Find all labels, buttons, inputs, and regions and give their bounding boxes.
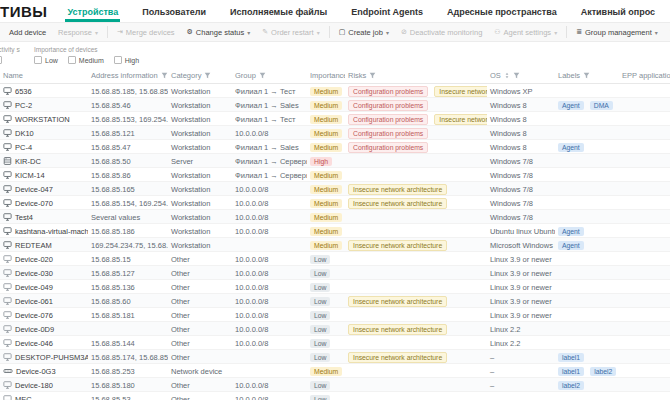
labels-cell <box>555 280 619 294</box>
chevron-down-icon: ▾ <box>317 29 320 36</box>
table-row[interactable]: KIR-DC 15.68.85.50 Server Филиал 1 → Сер… <box>0 154 670 168</box>
risks-cell: Configuration problems <box>345 140 487 154</box>
table-row[interactable]: Device-047 15.68.85.165 Workstation 10.0… <box>0 182 670 196</box>
importance-cell: Low <box>307 322 345 336</box>
table-row[interactable]: Device-180 15.68.85.180 Other 10.0.0.0/8… <box>0 378 670 392</box>
importance-badge: Low <box>310 297 330 306</box>
table-row[interactable]: DESKTOP-PUHSM3A 15.68.85.174, 15.68.85.1… <box>0 350 670 364</box>
importance-option-medium[interactable]: Medium <box>68 56 104 64</box>
table-row[interactable]: Device-0D9 Other 10.0.0.0/8 Low Insecure… <box>0 322 670 336</box>
create-job-button[interactable]: ▢Create job▾ <box>334 26 394 39</box>
group-cell: Филиал 1 → Sales <box>232 140 307 154</box>
other-icon <box>3 311 12 319</box>
tab-users[interactable]: Пользователи <box>140 7 208 22</box>
importance-cell: Medium <box>307 84 345 98</box>
filter-icon[interactable] <box>204 72 211 79</box>
table-row[interactable]: Device-030 15.68.85.127 Other 10.0.0.0/8… <box>0 266 670 280</box>
importance-cell: Medium <box>307 98 345 112</box>
category-cell: Other <box>168 350 232 364</box>
risks-cell: Configuration problemsInsecure network a… <box>345 84 487 98</box>
os-cell: – <box>487 364 555 378</box>
labels-cell <box>555 168 619 182</box>
table-row[interactable]: Device-020 15.68.85.15 Other 10.0.0.0/8 … <box>0 252 670 266</box>
importance-option-high[interactable]: High <box>114 56 139 64</box>
importance-cell: Low <box>307 308 345 322</box>
table-row[interactable]: PC-2 15.68.85.46 Workstation Филиал 1 → … <box>0 98 670 112</box>
importance-badge: Medium <box>310 143 342 152</box>
checkbox[interactable] <box>68 56 76 64</box>
table-row[interactable]: DK10 15.68.85.121 Workstation 10.0.0.0/8… <box>0 126 670 140</box>
status-checkbox[interactable] <box>0 56 2 64</box>
table-row[interactable]: Device-070 15.68.85.154, 169.254.246.99 … <box>0 196 670 210</box>
importance-cell: Low <box>307 252 345 266</box>
risk-badge: Configuration problems <box>348 114 428 125</box>
column-header-os[interactable]: OS <box>487 71 555 80</box>
column-header-group[interactable]: Group <box>232 71 307 80</box>
table-row[interactable]: Device-076 15.68.85.181 Other 10.0.0.0/8… <box>0 308 670 322</box>
sort-icon[interactable] <box>504 72 510 79</box>
table-row[interactable]: REDTEAM 169.254.234.75, 15.68.85.170 Wor… <box>0 238 670 252</box>
address-cell: 15.68.85.253 <box>88 364 168 378</box>
filter-icon[interactable] <box>369 72 376 79</box>
tab-devices[interactable]: Устройства <box>65 7 120 22</box>
filter-icon[interactable] <box>161 72 168 79</box>
importance-cell: Low <box>307 280 345 294</box>
label-badge: Agent <box>558 241 584 250</box>
risks-cell <box>345 280 487 294</box>
table-row[interactable]: KICM-14 15.68.85.86 Workstation Филиал 1… <box>0 168 670 182</box>
group-management-button[interactable]: ≣Group management▾ <box>571 26 663 39</box>
column-header-name[interactable]: Name <box>0 71 88 80</box>
merge-icon: ⇥ <box>117 28 123 36</box>
column-header-address-information[interactable]: Address information <box>88 71 168 80</box>
checkbox[interactable] <box>114 56 122 64</box>
os-cell: Windows 8 <box>487 98 555 112</box>
address-cell: 15.68.85.153, 169.254.85.154 <box>88 112 168 126</box>
column-header-labels[interactable]: Labels <box>555 71 619 80</box>
table-row[interactable]: Device-061 15.68.85.60 Other 10.0.0.0/8 … <box>0 294 670 308</box>
checkbox[interactable] <box>34 56 42 64</box>
workstation-icon <box>3 199 12 207</box>
column-header-category[interactable]: Category <box>168 71 232 80</box>
table-row[interactable]: WORKSTATION 15.68.85.153, 169.254.85.154… <box>0 112 670 126</box>
add-device-button[interactable]: Add device <box>4 26 51 39</box>
toolbar-buttons: Add deviceResponse▾⇥Merge devices⚙Change… <box>4 26 670 39</box>
device-name: KIR-DC <box>15 157 41 166</box>
table-row[interactable]: Device-0G3 15.68.85.253 Network device M… <box>0 364 670 378</box>
table-row[interactable]: Device-049 15.68.85.136 Other 10.0.0.0/8… <box>0 280 670 294</box>
label-badge: Agent <box>558 101 584 110</box>
filter-icon[interactable] <box>259 72 266 79</box>
nav-tabs: УстройстваПользователиИсполняемые файлыE… <box>65 7 657 22</box>
labels-cell: label1 <box>555 350 619 364</box>
category-cell: Server <box>168 154 232 168</box>
label-badge: label2 <box>558 381 584 390</box>
group-cell <box>232 350 307 364</box>
importance-options: LowMediumHigh <box>34 56 139 64</box>
change-status-button[interactable]: ⚙Change status▾ <box>182 26 256 39</box>
epp-cell <box>619 350 670 364</box>
table-row[interactable]: kashtana-virtual-machine 15.68.85.186 Wo… <box>0 224 670 238</box>
importance-cell: Medium <box>307 140 345 154</box>
table-row[interactable]: Test4 Several values Workstation 10.0.0.… <box>0 210 670 224</box>
tab-executable-files[interactable]: Исполняемые файлы <box>228 7 329 22</box>
importance-badge: Medium <box>310 87 342 96</box>
column-header-risks[interactable]: Risks <box>345 71 487 80</box>
importance-option-low[interactable]: Low <box>34 56 58 64</box>
filter-icon[interactable] <box>513 72 520 79</box>
table-row[interactable]: PC-4 15.68.85.47 Workstation Филиал 1 → … <box>0 140 670 154</box>
importance-badge: Low <box>310 395 330 400</box>
column-header-epp-application[interactable]: EPP application <box>619 71 670 80</box>
column-header-importance[interactable]: Importance <box>307 71 345 80</box>
category-cell: Other <box>168 252 232 266</box>
table-row[interactable]: 6536 15.68.85.185, 15.68.85.177 Workstat… <box>0 84 670 98</box>
address-cell: 15.68.85.53 <box>88 392 168 400</box>
os-cell: – <box>487 392 555 400</box>
table-row[interactable]: MEC 15.68.85.53 Other 10.0.0.0/8 Low – <box>0 392 670 400</box>
tab-endpoint-agents[interactable]: Endpoint Agents <box>349 7 425 22</box>
tab-address-spaces[interactable]: Адресные пространства <box>445 7 559 22</box>
filter-icon[interactable] <box>583 72 590 79</box>
labels-cell: Agent <box>555 238 619 252</box>
epp-cell <box>619 126 670 140</box>
gear-icon: ⚙ <box>187 28 193 36</box>
tab-active-polling[interactable]: Активный опрос <box>579 7 657 22</box>
table-row[interactable]: Device-046 15.68.85.144 Other 10.0.0.0/8… <box>0 336 670 350</box>
